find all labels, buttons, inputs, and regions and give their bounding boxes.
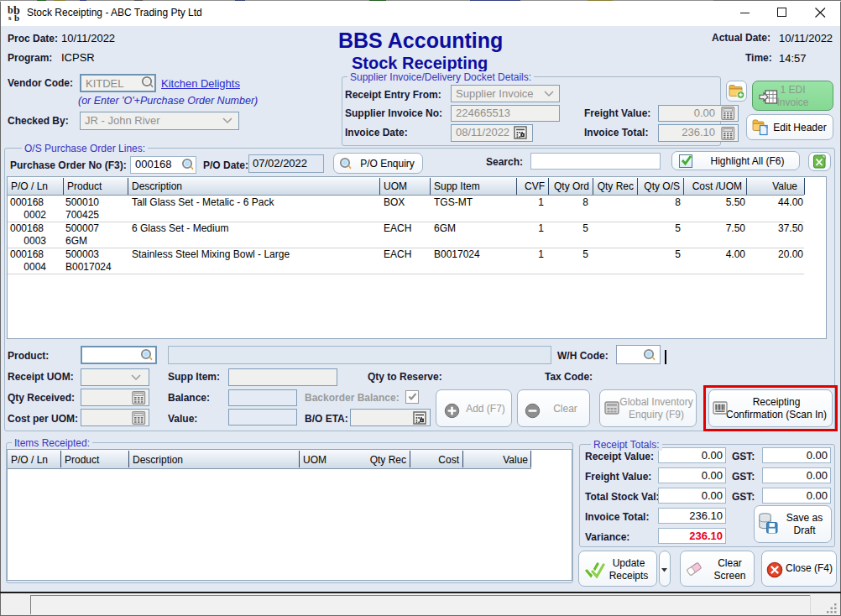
svg-text:b: b xyxy=(14,13,19,23)
svg-text:s: s xyxy=(8,13,12,22)
